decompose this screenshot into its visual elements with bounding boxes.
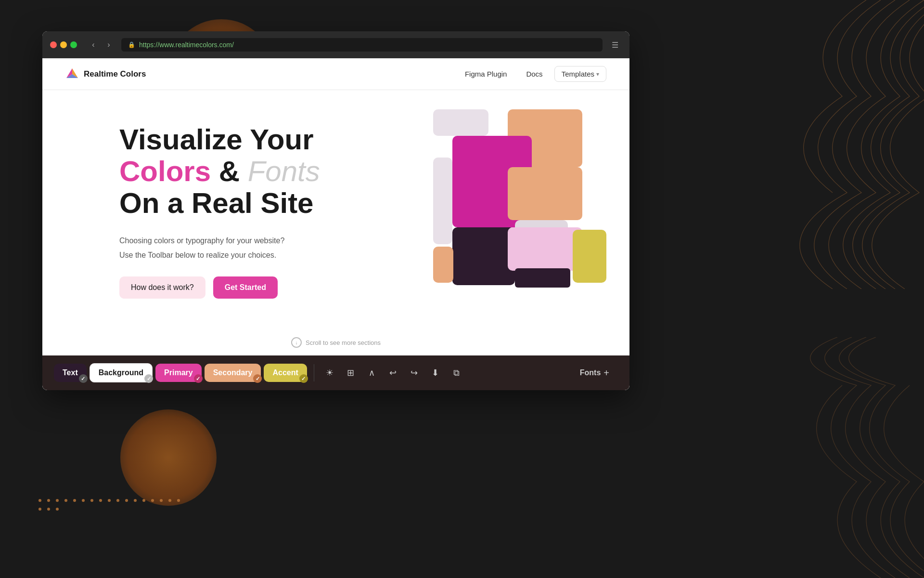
grid-icon: ⊞ <box>347 368 354 378</box>
scroll-hint-text: Scroll to see more sections <box>306 339 381 346</box>
nav-figma-plugin[interactable]: Figma Plugin <box>457 66 515 82</box>
logo-icon <box>65 67 79 81</box>
templates-label: Templates <box>562 70 594 78</box>
site-nav: Figma Plugin Docs Templates ▾ <box>457 66 606 82</box>
templates-chevron-icon: ▾ <box>596 71 599 78</box>
hero-subtitle: Choosing colors or typography for your w… <box>119 235 331 261</box>
grid-toggle-button[interactable]: ⊞ <box>341 363 360 382</box>
mosaic-light-gray <box>433 109 488 136</box>
bg-lines-bottom-right <box>732 337 924 578</box>
traffic-light-close[interactable] <box>50 41 57 48</box>
nav-templates[interactable]: Templates ▾ <box>554 66 606 82</box>
browser-menu-button[interactable]: ☰ <box>608 38 622 52</box>
hero-line3: On a Real Site <box>119 187 313 219</box>
mosaic-gray-mid <box>433 158 452 244</box>
how-it-works-button[interactable]: How does it work? <box>119 276 205 299</box>
browser-chrome: ‹ › 🔒 https://www.realtimecolors.com/ ☰ <box>42 31 629 58</box>
url-text: https://www.realtimecolors.com/ <box>139 41 234 49</box>
toolbar-fonts-button[interactable]: Fonts + <box>571 363 618 383</box>
hero-colors: Colors <box>119 155 211 187</box>
get-started-button[interactable]: Get Started <box>213 276 278 299</box>
toolbar-separator-1 <box>314 364 314 381</box>
site-logo: Realtime Colors <box>65 67 146 81</box>
address-bar[interactable]: 🔒 https://www.realtimecolors.com/ <box>121 38 603 52</box>
redo-button[interactable]: ↪ <box>405 363 424 382</box>
nav-docs[interactable]: Docs <box>518 66 550 82</box>
toolbar: Text ✓ Background ✓ Primary ✓ Secondary … <box>42 355 629 390</box>
mosaic-grid <box>433 109 606 292</box>
undo-button[interactable]: ↩ <box>384 363 403 382</box>
traffic-light-minimize[interactable] <box>60 41 67 48</box>
mosaic-dark-bottom <box>515 268 570 288</box>
mosaic-dark-block <box>452 227 515 285</box>
toolbar-primary-button[interactable]: Primary ✓ <box>155 364 202 382</box>
sun-icon: ☀ <box>326 368 334 378</box>
browser-window: ‹ › 🔒 https://www.realtimecolors.com/ ☰ … <box>42 31 629 390</box>
scroll-circle-icon: ↓ <box>291 337 302 348</box>
toolbar-background-label: Background <box>99 368 143 377</box>
toolbar-background-button[interactable]: Background ✓ <box>90 363 153 382</box>
hero-text: Visualize Your Colors & Fonts On a Real … <box>119 119 331 299</box>
site-header: Realtime Colors Figma Plugin Docs Templa… <box>42 58 629 90</box>
toolbar-fonts-label: Fonts <box>580 368 601 377</box>
download-icon: ⬇ <box>432 368 439 378</box>
bg-dots <box>38 499 183 511</box>
bg-circle-right <box>120 409 217 506</box>
site-main: Visualize Your Colors & Fonts On a Real … <box>42 90 629 355</box>
mosaic-pink-light <box>508 227 582 271</box>
secondary-check-icon: ✓ <box>253 374 262 383</box>
subtitle-line1: Choosing colors or typography for your w… <box>119 235 331 247</box>
toolbar-accent-button[interactable]: Accent ✓ <box>264 364 307 382</box>
mosaic-peach-mid <box>508 167 582 220</box>
toolbar-secondary-label: Secondary <box>213 368 253 377</box>
lock-icon: 🔒 <box>128 41 135 48</box>
back-button[interactable]: ‹ <box>87 38 100 52</box>
toolbar-text-label: Text <box>63 368 78 377</box>
primary-check-icon: ✓ <box>194 374 203 383</box>
scroll-hint: ↓ Scroll to see more sections <box>291 337 381 348</box>
toolbar-primary-label: Primary <box>164 368 193 377</box>
chevron-up-icon: ∧ <box>369 368 375 378</box>
traffic-light-maximize[interactable] <box>70 41 77 48</box>
color-mosaic <box>433 109 606 292</box>
light-mode-button[interactable]: ☀ <box>320 363 339 382</box>
expand-button[interactable]: ∧ <box>362 363 382 382</box>
subtitle-line2: Use the Toolbar below to realize your ch… <box>119 249 331 262</box>
toolbar-fonts-plus: + <box>603 368 609 379</box>
copy-button[interactable]: ⧉ <box>447 363 466 382</box>
hero-buttons: How does it work? Get Started <box>119 276 331 299</box>
undo-icon: ↩ <box>389 368 397 378</box>
toolbar-text-button[interactable]: Text ✓ <box>54 364 87 382</box>
download-button[interactable]: ⬇ <box>426 363 445 382</box>
hero-fonts: Fonts <box>248 155 320 187</box>
browser-nav: ‹ › <box>87 38 116 52</box>
forward-button[interactable]: › <box>102 38 116 52</box>
site-name: Realtime Colors <box>84 69 146 79</box>
toolbar-secondary-button[interactable]: Secondary ✓ <box>205 364 261 382</box>
mosaic-peach-small <box>433 247 453 283</box>
hero-line1: Visualize Your <box>119 123 314 156</box>
website-content: Realtime Colors Figma Plugin Docs Templa… <box>42 58 629 390</box>
accent-check-icon: ✓ <box>299 374 308 383</box>
traffic-lights <box>50 41 77 48</box>
mosaic-yellow <box>573 230 606 283</box>
bg-lines-right <box>756 0 924 289</box>
background-check-icon: ✓ <box>144 374 153 383</box>
hero-amp: & <box>211 155 248 187</box>
hero-heading: Visualize Your Colors & Fonts On a Real … <box>119 124 331 219</box>
text-check-icon: ✓ <box>79 374 88 383</box>
redo-icon: ↪ <box>411 368 418 378</box>
toolbar-accent-label: Accent <box>272 368 298 377</box>
clipboard-icon: ⧉ <box>453 368 460 378</box>
